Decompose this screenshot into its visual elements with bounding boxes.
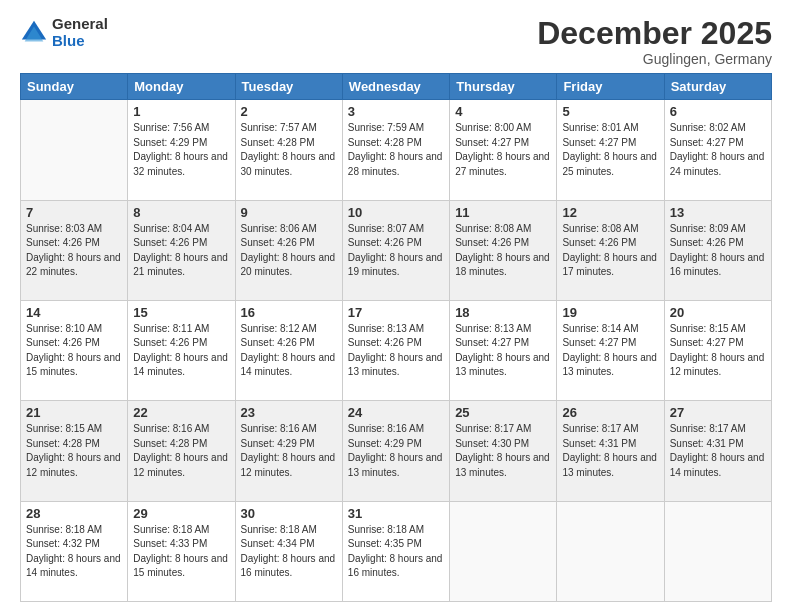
day-number: 26 bbox=[562, 405, 658, 420]
calendar-cell bbox=[21, 100, 128, 200]
calendar-cell: 14Sunrise: 8:10 AMSunset: 4:26 PMDayligh… bbox=[21, 300, 128, 400]
day-info: Sunrise: 8:16 AMSunset: 4:28 PMDaylight:… bbox=[133, 423, 228, 478]
day-info: Sunrise: 8:13 AMSunset: 4:27 PMDaylight:… bbox=[455, 323, 550, 378]
day-info: Sunrise: 8:11 AMSunset: 4:26 PMDaylight:… bbox=[133, 323, 228, 378]
calendar-week-row: 21Sunrise: 8:15 AMSunset: 4:28 PMDayligh… bbox=[21, 401, 772, 501]
weekday-header-tuesday: Tuesday bbox=[235, 74, 342, 100]
day-info: Sunrise: 8:18 AMSunset: 4:32 PMDaylight:… bbox=[26, 524, 121, 579]
day-info: Sunrise: 8:06 AMSunset: 4:26 PMDaylight:… bbox=[241, 223, 336, 278]
weekday-header-row: SundayMondayTuesdayWednesdayThursdayFrid… bbox=[21, 74, 772, 100]
day-number: 1 bbox=[133, 104, 229, 119]
day-number: 3 bbox=[348, 104, 444, 119]
day-number: 2 bbox=[241, 104, 337, 119]
day-number: 9 bbox=[241, 205, 337, 220]
day-number: 4 bbox=[455, 104, 551, 119]
day-info: Sunrise: 8:10 AMSunset: 4:26 PMDaylight:… bbox=[26, 323, 121, 378]
day-number: 23 bbox=[241, 405, 337, 420]
calendar-cell: 19Sunrise: 8:14 AMSunset: 4:27 PMDayligh… bbox=[557, 300, 664, 400]
subtitle: Guglingen, Germany bbox=[537, 51, 772, 67]
day-number: 25 bbox=[455, 405, 551, 420]
weekday-header-wednesday: Wednesday bbox=[342, 74, 449, 100]
calendar-cell: 17Sunrise: 8:13 AMSunset: 4:26 PMDayligh… bbox=[342, 300, 449, 400]
calendar-cell: 2Sunrise: 7:57 AMSunset: 4:28 PMDaylight… bbox=[235, 100, 342, 200]
day-info: Sunrise: 8:12 AMSunset: 4:26 PMDaylight:… bbox=[241, 323, 336, 378]
calendar-week-row: 14Sunrise: 8:10 AMSunset: 4:26 PMDayligh… bbox=[21, 300, 772, 400]
calendar-cell: 6Sunrise: 8:02 AMSunset: 4:27 PMDaylight… bbox=[664, 100, 771, 200]
calendar-cell: 23Sunrise: 8:16 AMSunset: 4:29 PMDayligh… bbox=[235, 401, 342, 501]
logo-general: General bbox=[52, 16, 108, 33]
calendar-cell bbox=[557, 501, 664, 601]
day-info: Sunrise: 8:15 AMSunset: 4:27 PMDaylight:… bbox=[670, 323, 765, 378]
day-info: Sunrise: 7:59 AMSunset: 4:28 PMDaylight:… bbox=[348, 122, 443, 177]
day-info: Sunrise: 8:18 AMSunset: 4:35 PMDaylight:… bbox=[348, 524, 443, 579]
calendar-cell: 9Sunrise: 8:06 AMSunset: 4:26 PMDaylight… bbox=[235, 200, 342, 300]
calendar-cell: 27Sunrise: 8:17 AMSunset: 4:31 PMDayligh… bbox=[664, 401, 771, 501]
weekday-header-sunday: Sunday bbox=[21, 74, 128, 100]
header: General Blue December 2025 Guglingen, Ge… bbox=[20, 16, 772, 67]
calendar-cell: 4Sunrise: 8:00 AMSunset: 4:27 PMDaylight… bbox=[450, 100, 557, 200]
calendar-cell bbox=[450, 501, 557, 601]
logo: General Blue bbox=[20, 16, 108, 49]
calendar-cell: 28Sunrise: 8:18 AMSunset: 4:32 PMDayligh… bbox=[21, 501, 128, 601]
day-number: 31 bbox=[348, 506, 444, 521]
day-info: Sunrise: 8:00 AMSunset: 4:27 PMDaylight:… bbox=[455, 122, 550, 177]
day-number: 27 bbox=[670, 405, 766, 420]
calendar-cell: 16Sunrise: 8:12 AMSunset: 4:26 PMDayligh… bbox=[235, 300, 342, 400]
day-info: Sunrise: 8:08 AMSunset: 4:26 PMDaylight:… bbox=[562, 223, 657, 278]
day-number: 22 bbox=[133, 405, 229, 420]
day-info: Sunrise: 8:07 AMSunset: 4:26 PMDaylight:… bbox=[348, 223, 443, 278]
day-number: 29 bbox=[133, 506, 229, 521]
weekday-header-saturday: Saturday bbox=[664, 74, 771, 100]
day-number: 30 bbox=[241, 506, 337, 521]
day-info: Sunrise: 8:17 AMSunset: 4:31 PMDaylight:… bbox=[670, 423, 765, 478]
day-info: Sunrise: 8:08 AMSunset: 4:26 PMDaylight:… bbox=[455, 223, 550, 278]
day-number: 28 bbox=[26, 506, 122, 521]
day-number: 12 bbox=[562, 205, 658, 220]
day-number: 16 bbox=[241, 305, 337, 320]
calendar-cell: 8Sunrise: 8:04 AMSunset: 4:26 PMDaylight… bbox=[128, 200, 235, 300]
calendar-week-row: 1Sunrise: 7:56 AMSunset: 4:29 PMDaylight… bbox=[21, 100, 772, 200]
main-title: December 2025 bbox=[537, 16, 772, 51]
day-info: Sunrise: 8:17 AMSunset: 4:31 PMDaylight:… bbox=[562, 423, 657, 478]
calendar-cell: 25Sunrise: 8:17 AMSunset: 4:30 PMDayligh… bbox=[450, 401, 557, 501]
logo-blue: Blue bbox=[52, 33, 108, 50]
day-info: Sunrise: 7:56 AMSunset: 4:29 PMDaylight:… bbox=[133, 122, 228, 177]
calendar-table: SundayMondayTuesdayWednesdayThursdayFrid… bbox=[20, 73, 772, 602]
day-number: 15 bbox=[133, 305, 229, 320]
day-number: 6 bbox=[670, 104, 766, 119]
calendar-cell: 22Sunrise: 8:16 AMSunset: 4:28 PMDayligh… bbox=[128, 401, 235, 501]
day-number: 18 bbox=[455, 305, 551, 320]
calendar-cell: 30Sunrise: 8:18 AMSunset: 4:34 PMDayligh… bbox=[235, 501, 342, 601]
day-number: 11 bbox=[455, 205, 551, 220]
title-section: December 2025 Guglingen, Germany bbox=[537, 16, 772, 67]
day-info: Sunrise: 8:09 AMSunset: 4:26 PMDaylight:… bbox=[670, 223, 765, 278]
page: General Blue December 2025 Guglingen, Ge… bbox=[0, 0, 792, 612]
calendar-cell bbox=[664, 501, 771, 601]
day-number: 7 bbox=[26, 205, 122, 220]
calendar-week-row: 7Sunrise: 8:03 AMSunset: 4:26 PMDaylight… bbox=[21, 200, 772, 300]
calendar-cell: 11Sunrise: 8:08 AMSunset: 4:26 PMDayligh… bbox=[450, 200, 557, 300]
calendar-cell: 15Sunrise: 8:11 AMSunset: 4:26 PMDayligh… bbox=[128, 300, 235, 400]
calendar-cell: 20Sunrise: 8:15 AMSunset: 4:27 PMDayligh… bbox=[664, 300, 771, 400]
logo-icon bbox=[20, 19, 48, 47]
calendar-cell: 31Sunrise: 8:18 AMSunset: 4:35 PMDayligh… bbox=[342, 501, 449, 601]
weekday-header-monday: Monday bbox=[128, 74, 235, 100]
day-info: Sunrise: 8:15 AMSunset: 4:28 PMDaylight:… bbox=[26, 423, 121, 478]
day-number: 20 bbox=[670, 305, 766, 320]
calendar-cell: 1Sunrise: 7:56 AMSunset: 4:29 PMDaylight… bbox=[128, 100, 235, 200]
day-number: 10 bbox=[348, 205, 444, 220]
calendar-cell: 24Sunrise: 8:16 AMSunset: 4:29 PMDayligh… bbox=[342, 401, 449, 501]
calendar-cell: 5Sunrise: 8:01 AMSunset: 4:27 PMDaylight… bbox=[557, 100, 664, 200]
day-info: Sunrise: 8:13 AMSunset: 4:26 PMDaylight:… bbox=[348, 323, 443, 378]
day-number: 24 bbox=[348, 405, 444, 420]
weekday-header-friday: Friday bbox=[557, 74, 664, 100]
day-number: 13 bbox=[670, 205, 766, 220]
day-info: Sunrise: 8:17 AMSunset: 4:30 PMDaylight:… bbox=[455, 423, 550, 478]
weekday-header-thursday: Thursday bbox=[450, 74, 557, 100]
calendar-cell: 18Sunrise: 8:13 AMSunset: 4:27 PMDayligh… bbox=[450, 300, 557, 400]
day-info: Sunrise: 7:57 AMSunset: 4:28 PMDaylight:… bbox=[241, 122, 336, 177]
day-info: Sunrise: 8:01 AMSunset: 4:27 PMDaylight:… bbox=[562, 122, 657, 177]
day-number: 5 bbox=[562, 104, 658, 119]
logo-text: General Blue bbox=[52, 16, 108, 49]
calendar-cell: 26Sunrise: 8:17 AMSunset: 4:31 PMDayligh… bbox=[557, 401, 664, 501]
